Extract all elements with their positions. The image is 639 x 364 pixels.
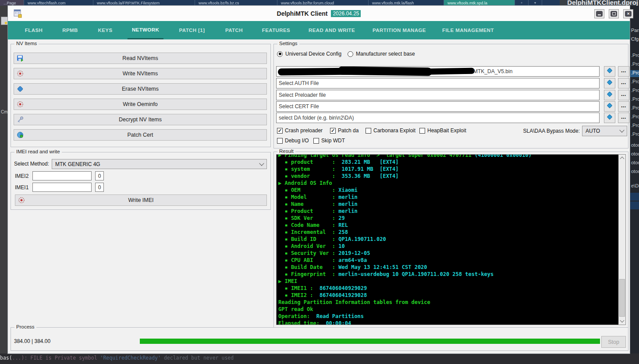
- maximize-button[interactable]: [609, 9, 619, 18]
- scroll-up-button[interactable]: [619, 155, 625, 162]
- bypass-mode-select[interactable]: AUTO: [582, 126, 627, 136]
- tab-network[interactable]: NETWORK: [128, 21, 163, 39]
- browser-tab[interactable]: www.vftools.bz/fs.bz.cs: [195, 0, 277, 6]
- write-nvitems-button[interactable]: Write NVItems: [14, 68, 267, 79]
- console-line: ▪ Build Date : Wed May 13 12:41:51 CST 2…: [278, 264, 618, 271]
- tab-partition-manage[interactable]: PARTITION MANAGE: [368, 21, 430, 39]
- write-imei-button[interactable]: Write IMEI: [15, 194, 267, 206]
- tree-item[interactable]: e\Da: [631, 183, 639, 190]
- browser-tab[interactable]: www.vfttechflash.com: [24, 0, 93, 6]
- tab-patch-1-[interactable]: PATCH [1]: [175, 21, 209, 39]
- console-text-cyan: merlin: [338, 194, 357, 200]
- patch-cert-button[interactable]: Patch Cert: [14, 129, 267, 141]
- console-line: ▶ IMEI: [278, 278, 618, 285]
- diamond-icon: [606, 91, 613, 99]
- imei2-input[interactable]: [32, 171, 92, 180]
- tab-flash[interactable]: FLASH: [21, 21, 47, 39]
- read-nvitems-button[interactable]: Read NVItems: [14, 53, 267, 64]
- checkbox-debug-i-o[interactable]: Debug I/O: [277, 138, 309, 144]
- imei1-input[interactable]: [32, 183, 92, 192]
- write-oeminfo-button[interactable]: Write Oeminfo: [14, 99, 267, 110]
- da-file-verify-button[interactable]: [604, 66, 615, 77]
- method-select[interactable]: MTK GENERIC 4G: [52, 159, 267, 169]
- checkbox-patch-da[interactable]: ✓Patch da: [330, 127, 359, 134]
- stop-button[interactable]: Stop: [601, 336, 626, 348]
- cert-file-verify-button[interactable]: [604, 101, 615, 112]
- tree-item[interactable]: .Pro: [631, 114, 639, 121]
- checkbox-carbonara-exploit[interactable]: Carbonara Exploit: [366, 127, 415, 134]
- auth-file-input[interactable]: Select AUTH File: [276, 78, 600, 88]
- console-line: GPT read Ok: [278, 306, 618, 313]
- tree-item[interactable]: otoc: [631, 151, 639, 158]
- tab-file-management[interactable]: FILE MANAGEMENT: [438, 21, 498, 39]
- tree-item[interactable]: .Pro: [631, 88, 639, 95]
- browser-tab[interactable]: www.vftools.mtk.la/flash: [369, 0, 444, 6]
- tree-item[interactable]: .Pro: [631, 79, 639, 86]
- close-button[interactable]: [623, 9, 633, 18]
- erase-icon: [17, 85, 24, 92]
- da-file-browse-button[interactable]: •••: [618, 66, 629, 77]
- console-text-cyan: 867406041929028: [320, 292, 367, 298]
- browser-tab[interactable]: ...Page: [0, 0, 24, 6]
- scroll-down-button[interactable]: [619, 318, 625, 325]
- preloader-file-browse-button[interactable]: •••: [618, 90, 629, 100]
- browser-tab[interactable]: www.vftools.bz/fsr.forum.cloud: [277, 0, 369, 6]
- radio-manufacturer-select-base[interactable]: Manufacturer select base: [348, 51, 415, 57]
- tree-item[interactable]: Cfg: [631, 36, 639, 43]
- tree-item[interactable]: .Pro: [631, 96, 639, 103]
- tree-item[interactable]: .Pro: [631, 53, 639, 60]
- browser-tab-control[interactable]: ▾: [529, 0, 542, 6]
- decrypt-nv-items-button[interactable]: Decrypt NV Items: [14, 114, 267, 125]
- da-folder-input[interactable]: select DA folder (e.g. bin\n2\DA): [276, 113, 600, 123]
- tree-item[interactable]: .Pro: [631, 123, 639, 130]
- tab-rpmb[interactable]: RPMB: [58, 21, 82, 39]
- checkbox-skip-wdt[interactable]: Skip WDT: [313, 138, 345, 144]
- da-folder-browse-button[interactable]: •••: [618, 113, 629, 123]
- da-folder-verify-button[interactable]: [604, 113, 615, 123]
- radio-universal-device-config[interactable]: Universal Device Config: [277, 51, 341, 57]
- tree-item[interactable]: .Pro: [630, 70, 639, 77]
- console-text-green: ▪ Build ID :: [278, 236, 338, 242]
- write-icon: [18, 197, 25, 204]
- erase-nvitems-button[interactable]: Erase NVItems: [14, 83, 267, 95]
- tree-item[interactable]: Pars: [631, 28, 639, 35]
- imei2-count[interactable]: [95, 171, 104, 180]
- checkbox-heapbait-exploit[interactable]: HeapBait Exploit: [419, 127, 466, 134]
- browser-tab[interactable]: www.vftools.mtk.spd.la: [444, 0, 515, 6]
- cert-icon: [17, 131, 24, 138]
- tree-item[interactable]: otoc: [631, 142, 639, 149]
- tree-item[interactable]: otoc: [631, 169, 639, 176]
- tree-item[interactable]: .Pro: [631, 105, 639, 112]
- ide-project-title: DelphiMTKClient.dproj: [567, 0, 638, 6]
- da-file-input[interactable]: MTK_DA_V5.bin: [276, 66, 600, 77]
- cert-file-browse-button[interactable]: •••: [618, 101, 629, 112]
- console-text-green: ▪ Product :: [278, 208, 338, 214]
- checkbox-label: Crash preloader: [285, 127, 323, 134]
- cert-file-input[interactable]: Select CERT File: [276, 101, 600, 112]
- scrollbar-thumb[interactable]: [619, 279, 625, 317]
- browser-tab-control[interactable]: +: [515, 0, 529, 6]
- preloader-file-verify-button[interactable]: [604, 90, 615, 100]
- console-text-green: ▪ Name :: [278, 201, 338, 207]
- preloader-file-input[interactable]: Select Preloader file: [276, 90, 600, 100]
- progress-bar: [140, 339, 600, 344]
- result-console[interactable]: ▶ Finding target os read info > target s…: [276, 154, 626, 325]
- auth-file-browse-button[interactable]: •••: [618, 78, 629, 88]
- auth-file-verify-button[interactable]: [604, 78, 615, 88]
- checkbox-crash-preloader[interactable]: ✓Crash preloader: [277, 127, 323, 134]
- tree-item[interactable]: .Pro: [631, 131, 639, 138]
- tree-item[interactable]: otoc: [631, 160, 639, 167]
- file-placeholder: Select AUTH File: [279, 80, 319, 86]
- minimize-button[interactable]: [594, 9, 604, 18]
- console-scrollbar[interactable]: [618, 155, 625, 325]
- console-text-green: ▪ IMEI1 :: [278, 285, 320, 291]
- tab-patch[interactable]: PATCH: [221, 21, 247, 39]
- console-line: ▪ Android Ver : 10: [278, 243, 618, 250]
- tree-item[interactable]: .Pro: [631, 61, 639, 68]
- imei1-count[interactable]: [95, 183, 104, 192]
- tab-read-and-write[interactable]: READ AND WRITE: [304, 21, 359, 39]
- tab-keys[interactable]: KEYS: [94, 21, 117, 39]
- tab-features[interactable]: FEATURES: [258, 21, 295, 39]
- browser-tab[interactable]: www.vftools.la/FRP.MTK.Filesystem: [93, 0, 195, 6]
- settings-group: Settings Universal Device Config Manufac…: [273, 44, 628, 148]
